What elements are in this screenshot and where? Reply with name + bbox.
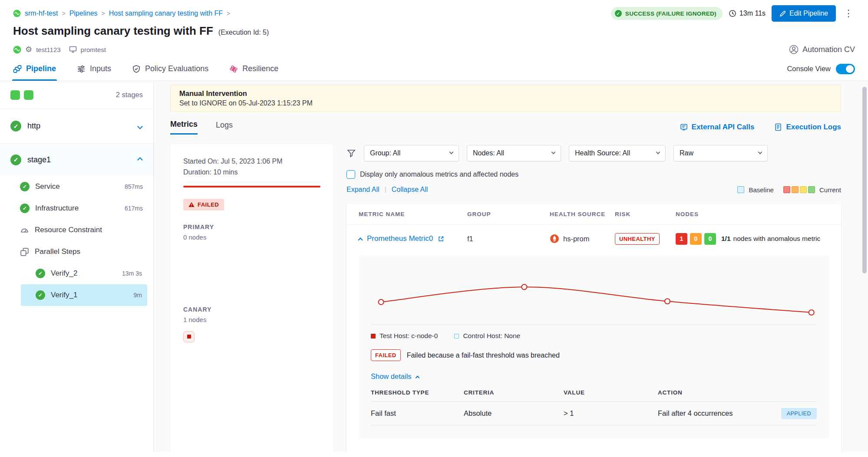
chevron-down-icon <box>656 150 660 155</box>
breadcrumb-separator: > <box>227 10 230 17</box>
chevron-down-icon <box>758 150 762 155</box>
health-source-filter-select[interactable]: Health Source: All <box>569 145 666 161</box>
vertical-scrollbar[interactable] <box>862 87 867 457</box>
verification-status-badge: FAILED <box>183 199 224 210</box>
tab-policy-evaluations[interactable]: Policy Evaluations <box>132 57 208 81</box>
test-host-swatch <box>371 334 376 339</box>
analysis-failed-badge: FAILED <box>371 349 401 361</box>
criteria-value: Absolute <box>464 409 564 418</box>
current-swatch-yellow <box>800 186 807 193</box>
current-swatch-red <box>783 186 790 193</box>
metric-row[interactable]: Prometheus Metric0 f1 <box>347 225 841 253</box>
execution-logs-label: Execution Logs <box>786 123 841 132</box>
health-source-name: hs-prom <box>563 235 590 243</box>
chevron-up-icon[interactable] <box>138 156 142 164</box>
chart-point[interactable] <box>521 284 527 289</box>
step-detail-panel: Manual Intervention Set to IGNORE on 05-… <box>154 81 868 452</box>
tab-resilience[interactable]: Resilience <box>229 57 278 81</box>
canary-node-chip[interactable] <box>183 331 195 342</box>
pipeline-icon <box>13 65 22 73</box>
triggered-by: Automation CV <box>789 45 855 54</box>
nodes-filter-select[interactable]: Nodes: All <box>467 145 561 161</box>
sidebar-stage-http[interactable]: ✓ http <box>0 109 153 144</box>
parallel-steps-icon <box>20 247 29 256</box>
external-api-calls-link[interactable]: External API Calls <box>680 123 755 132</box>
current-label: Current <box>819 186 841 194</box>
kebab-menu-icon[interactable]: ⋮ <box>842 8 855 19</box>
stage-square-icon <box>10 90 20 100</box>
node-count-unhealthy[interactable]: 1 <box>676 233 687 245</box>
metrics-table-card: METRIC NAME GROUP HEALTH SOURCE RISK NOD… <box>347 204 841 452</box>
collapse-all-link[interactable]: Collapse All <box>392 186 428 194</box>
sidebar-step-infrastructure[interactable]: ✓ Infrastructure 617ms <box>0 197 153 219</box>
tab-pipeline[interactable]: Pipeline <box>13 57 56 81</box>
data-mode-select[interactable]: Raw <box>673 145 768 161</box>
step-label: Infrastructure <box>35 204 79 213</box>
current-swatches <box>783 186 815 193</box>
filter-icon[interactable] <box>347 148 356 158</box>
tab-logs[interactable]: Logs <box>216 121 233 134</box>
risk-badge: UNHEALTHY <box>615 233 660 245</box>
legend-test-host: Test Host: c-node-0 <box>371 332 438 340</box>
show-details-link[interactable]: Show details <box>371 372 817 381</box>
breadcrumb-separator: > <box>102 10 105 17</box>
metric-name-link[interactable]: Prometheus Metric0 <box>367 234 433 243</box>
tab-inputs[interactable]: Inputs <box>77 57 111 81</box>
group-filter-value: Group: All <box>370 149 400 157</box>
stage-label: http <box>27 122 40 131</box>
resilience-icon <box>229 65 238 73</box>
analysis-failed-reason: Failed because a fail-fast threshold was… <box>407 352 560 359</box>
tab-metrics[interactable]: Metrics <box>170 120 198 135</box>
primary-group-label: PRIMARY <box>183 224 320 230</box>
current-swatch-green <box>808 186 815 193</box>
scrollbar-thumb[interactable] <box>862 87 867 273</box>
collapse-row-chevron[interactable] <box>358 237 363 242</box>
sidebar-stage-stage1[interactable]: ✓ stage1 <box>0 144 153 176</box>
sidebar-step-verify-1[interactable]: ✓ Verify_1 9m <box>21 284 147 306</box>
metric-timeseries-chart <box>371 264 817 325</box>
stage-count: 2 stages <box>116 91 143 99</box>
sidebar-step-parallel-steps[interactable]: Parallel Steps <box>0 241 153 263</box>
breadcrumb-pipelines[interactable]: Pipelines <box>69 10 98 17</box>
anomalous-metrics-checkbox[interactable] <box>347 170 355 179</box>
sidebar-step-resource-constraint[interactable]: Resource Constraint <box>0 219 153 241</box>
nodes-filter-value: Nodes: All <box>473 149 504 157</box>
node-count-healthy[interactable]: 0 <box>704 233 716 245</box>
stage-sidebar: 2 stages ✓ http ✓ stage1 ✓ Service 857ms… <box>0 81 154 452</box>
execution-header: srm-hf-test > Pipelines > Host sampling … <box>0 0 868 57</box>
edit-pipeline-button[interactable]: Edit Pipeline <box>772 5 836 22</box>
node-count-warning[interactable]: 0 <box>690 233 702 245</box>
external-api-icon <box>680 123 688 131</box>
metric-analysis-panel: Test Host: c-node-0 Control Host: None F… <box>359 255 829 438</box>
console-view-label: Console View <box>787 65 831 73</box>
chart-point[interactable] <box>809 310 814 315</box>
column-metric-name: METRIC NAME <box>359 211 467 217</box>
status-badge: ✓ SUCCESS (FAILURE IGNORED) <box>611 7 723 20</box>
verification-summary-card: Started On: Jul 5, 2023 1:06 PM Duration… <box>170 144 333 452</box>
chevron-down-icon[interactable] <box>138 122 142 130</box>
health-source-filter-value: Health Source: All <box>575 149 630 157</box>
external-link-icon[interactable] <box>438 236 444 242</box>
execution-logs-icon <box>774 123 782 131</box>
edit-icon <box>779 10 786 17</box>
success-status-icon: ✓ <box>20 182 30 191</box>
step-duration: 13m 3s <box>122 270 142 277</box>
threshold-table-row: Fail fast Absolute > 1 Fail after 4 occu… <box>371 402 817 425</box>
console-view-toggle[interactable] <box>836 64 855 74</box>
nodes-ratio: 1/1 <box>721 235 731 243</box>
sidebar-step-service[interactable]: ✓ Service 857ms <box>0 176 153 197</box>
breadcrumb-project[interactable]: srm-hf-test <box>25 10 58 17</box>
expand-all-link[interactable]: Expand All <box>347 186 380 194</box>
prometheus-icon <box>550 234 559 243</box>
column-threshold-type: THRESHOLD TYPE <box>371 389 464 396</box>
chart-point[interactable] <box>379 299 384 305</box>
sidebar-step-verify-2[interactable]: ✓ Verify_2 13m 3s <box>21 263 147 284</box>
group-filter-select[interactable]: Group: All <box>364 145 459 161</box>
success-status-icon: ✓ <box>10 155 21 165</box>
tab-inputs-label: Inputs <box>90 64 111 73</box>
breadcrumb-pipeline-name[interactable]: Host sampling canary testing with FF <box>109 10 223 17</box>
chart-point[interactable] <box>665 299 670 304</box>
step-duration: 617ms <box>125 205 143 212</box>
page-title: Host sampling canary testing with FF <box>13 24 213 38</box>
execution-logs-link[interactable]: Execution Logs <box>774 123 841 132</box>
